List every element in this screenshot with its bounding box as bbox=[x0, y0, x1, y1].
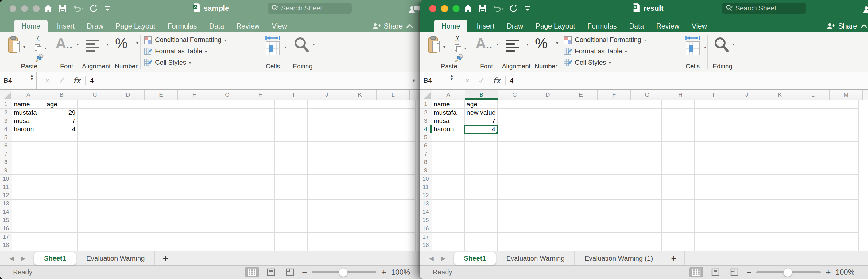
cell-B5[interactable] bbox=[465, 133, 498, 142]
cell-E1[interactable] bbox=[563, 100, 596, 108]
collapse-ribbon-icon[interactable] bbox=[860, 23, 868, 29]
cell-H7[interactable] bbox=[242, 150, 275, 158]
formula-bar-expand-icon[interactable]: ▾ bbox=[412, 77, 415, 83]
cell-D15[interactable] bbox=[111, 216, 143, 224]
cell-E16[interactable] bbox=[563, 224, 596, 233]
cell-G7[interactable] bbox=[629, 150, 662, 158]
column-header-K[interactable]: K bbox=[763, 90, 797, 100]
cell-L14[interactable] bbox=[373, 208, 406, 216]
cell-E14[interactable] bbox=[563, 208, 596, 216]
cell-K3[interactable] bbox=[760, 117, 793, 125]
row-header-16[interactable]: 16 bbox=[0, 224, 12, 233]
add-sheet-button[interactable]: + bbox=[155, 251, 177, 265]
cell-G14[interactable] bbox=[629, 208, 662, 216]
cell-K12[interactable] bbox=[340, 191, 373, 200]
page-break-view-button[interactable] bbox=[727, 267, 742, 277]
cell-F2[interactable] bbox=[596, 108, 629, 117]
row-header-15[interactable]: 15 bbox=[420, 216, 432, 224]
cell-J18[interactable] bbox=[727, 241, 760, 249]
cell-I3[interactable] bbox=[694, 117, 727, 125]
cell-E4[interactable] bbox=[143, 125, 176, 133]
column-header-I[interactable]: I bbox=[277, 90, 310, 100]
window-controls[interactable] bbox=[9, 5, 40, 12]
cell-J12[interactable] bbox=[308, 191, 340, 200]
cell-F10[interactable] bbox=[596, 175, 629, 183]
cell-H17[interactable] bbox=[662, 233, 694, 241]
cell-A14[interactable] bbox=[432, 208, 465, 216]
prev-sheet-icon[interactable]: ◀ bbox=[5, 255, 18, 262]
row-header-18[interactable]: 18 bbox=[420, 241, 432, 249]
cell-E11[interactable] bbox=[563, 183, 596, 191]
cell-A5[interactable] bbox=[12, 133, 45, 142]
cell-H10[interactable] bbox=[662, 175, 694, 183]
cell-E12[interactable] bbox=[563, 191, 596, 200]
cell-C3[interactable] bbox=[498, 117, 530, 125]
cell-K7[interactable] bbox=[760, 150, 793, 158]
cell-A2[interactable]: mustafa bbox=[12, 108, 45, 117]
cell-J17[interactable] bbox=[308, 233, 340, 241]
cell-A14[interactable] bbox=[12, 208, 45, 216]
cell-L11[interactable] bbox=[793, 183, 826, 191]
cell-I13[interactable] bbox=[694, 200, 727, 208]
cell-G6[interactable] bbox=[209, 142, 242, 150]
cell-C5[interactable] bbox=[78, 133, 111, 142]
cell-K8[interactable] bbox=[340, 158, 373, 167]
cell-L18[interactable] bbox=[373, 241, 406, 249]
cell-A16[interactable] bbox=[12, 224, 45, 233]
cell-C18[interactable] bbox=[78, 241, 111, 249]
cell-G2[interactable] bbox=[629, 108, 662, 117]
cell-J15[interactable] bbox=[308, 216, 340, 224]
cut-button[interactable]: ✂ bbox=[34, 35, 42, 42]
cell-D16[interactable] bbox=[530, 224, 563, 233]
cell-E17[interactable] bbox=[563, 233, 596, 241]
row-header-5[interactable]: 5 bbox=[420, 133, 432, 142]
cell-J8[interactable] bbox=[727, 158, 760, 167]
cell-H3[interactable] bbox=[242, 117, 275, 125]
spreadsheet-grid[interactable]: ABCDEFGHIJKLM1nameage2mustafanew value3m… bbox=[420, 90, 868, 251]
column-header-B[interactable]: B bbox=[45, 90, 78, 100]
cell-F4[interactable] bbox=[176, 125, 209, 133]
cell-K10[interactable] bbox=[760, 175, 793, 183]
sheet-tab-evaluation-warning-1[interactable]: Evaluation Warning (1) bbox=[575, 251, 663, 265]
cell-D11[interactable] bbox=[111, 183, 143, 191]
cell-C1[interactable] bbox=[78, 100, 111, 108]
cell-J11[interactable] bbox=[727, 183, 760, 191]
cell-A6[interactable] bbox=[432, 142, 465, 150]
cell-A8[interactable] bbox=[432, 158, 465, 167]
cell-I6[interactable] bbox=[694, 142, 727, 150]
column-header-H[interactable]: H bbox=[664, 90, 697, 100]
zoom-level[interactable]: 100% bbox=[391, 268, 410, 277]
cell-B17[interactable] bbox=[465, 233, 498, 241]
insert-function-icon[interactable]: fx bbox=[73, 76, 81, 85]
cell-C6[interactable] bbox=[78, 142, 111, 150]
name-box-spinner[interactable]: ▲▼ bbox=[30, 74, 34, 81]
column-header-L[interactable]: L bbox=[377, 90, 410, 100]
cell-D11[interactable] bbox=[530, 183, 563, 191]
cell-C4[interactable] bbox=[78, 125, 111, 133]
cell-L11[interactable] bbox=[373, 183, 406, 191]
spreadsheet-grid[interactable]: ABCDEFGHIJKLM 1nameage2mustafa293musa74h… bbox=[0, 90, 422, 251]
column-header-J[interactable]: J bbox=[310, 90, 343, 100]
cell-F5[interactable] bbox=[176, 133, 209, 142]
cell-C11[interactable] bbox=[498, 183, 530, 191]
cell-A7[interactable] bbox=[12, 150, 45, 158]
cell-G18[interactable] bbox=[209, 241, 242, 249]
cell-I16[interactable] bbox=[275, 224, 308, 233]
cancel-icon[interactable]: × bbox=[465, 76, 470, 85]
cell-I1[interactable] bbox=[694, 100, 727, 108]
cell-G12[interactable] bbox=[209, 191, 242, 200]
cell-K5[interactable] bbox=[340, 133, 373, 142]
cell-C2[interactable] bbox=[78, 108, 111, 117]
zoom-level[interactable]: 100% bbox=[836, 268, 855, 277]
cell-L8[interactable] bbox=[373, 158, 406, 167]
cell-B14[interactable] bbox=[45, 208, 78, 216]
cell-K12[interactable] bbox=[760, 191, 793, 200]
row-header-8[interactable]: 8 bbox=[0, 158, 12, 167]
cell-J13[interactable] bbox=[727, 200, 760, 208]
cell-H17[interactable] bbox=[242, 233, 275, 241]
cell-D3[interactable] bbox=[111, 117, 143, 125]
cell-K1[interactable] bbox=[340, 100, 373, 108]
cell-J10[interactable] bbox=[727, 175, 760, 183]
cell-F15[interactable] bbox=[596, 216, 629, 224]
cell-I11[interactable] bbox=[275, 183, 308, 191]
